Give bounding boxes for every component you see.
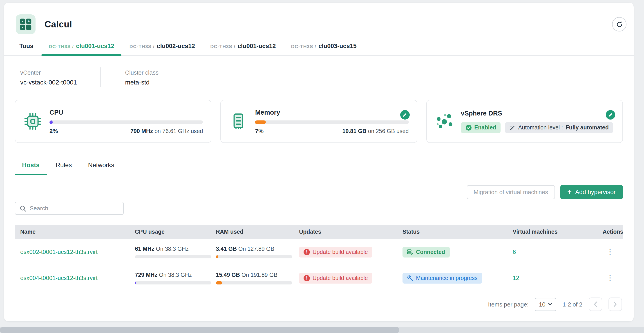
table-header-row: Name CPU usage RAM used Updates Status V…: [15, 225, 623, 239]
svg-text:=: =: [28, 25, 30, 29]
scrollbar-thumb[interactable]: [0, 327, 399, 333]
cpu-progress-fill: [50, 120, 52, 124]
table-row: esx004-t0001-ucs12-th3s.rvirt 729 MHz On…: [15, 265, 623, 291]
row-actions-button[interactable]: ⋮: [603, 246, 618, 258]
items-per-page-label: Items per page:: [488, 301, 529, 308]
cpu-usage-text: 790 MHz on 76.61 GHz used: [130, 128, 203, 134]
status-cell: Connected: [397, 247, 507, 257]
cpu-usage-fill: [135, 281, 136, 284]
add-hypervisor-button[interactable]: + Add hypervisor: [560, 185, 623, 199]
cpu-card: CPU 2% 790 MHz on 76.61 GHz used: [15, 100, 212, 143]
tab-label: clu001-ucs12: [76, 43, 114, 49]
memory-usage-text: 19.81 GB on 256 GB used: [342, 128, 409, 134]
tab-clu003-ucs15[interactable]: DC-TH3S / clu003-ucs15: [284, 43, 364, 55]
tab-dc-prefix: DC-TH3S /: [49, 43, 74, 49]
cpu-usage-cell: 61 MHz On 38.3 GHz: [130, 246, 210, 258]
items-per-page-value: 10: [539, 301, 546, 308]
search-icon: [20, 205, 26, 211]
search-row: [15, 202, 623, 215]
tab-networks[interactable]: Networks: [81, 161, 122, 175]
vm-count-link[interactable]: 12: [513, 275, 519, 281]
drs-enabled-badge: Enabled: [461, 122, 500, 133]
refresh-button[interactable]: [612, 17, 626, 31]
tab-rules[interactable]: Rules: [48, 161, 79, 175]
updates-cell: ! Update build available: [294, 273, 397, 283]
drs-automation-label: Automation level :: [518, 124, 563, 131]
cluster-tabs: Tous DC-TH3S / clu001-ucs12 DC-TH3S / cl…: [4, 37, 634, 56]
next-page-button[interactable]: [608, 298, 622, 311]
ram-used-bar: [216, 281, 292, 284]
migration-button[interactable]: Migration of virtual machines: [467, 185, 555, 199]
pencil-icon: [402, 112, 407, 117]
updates-cell: ! Update build available: [294, 247, 397, 257]
memory-card-title: Memory: [255, 108, 409, 116]
alert-icon: !: [304, 275, 310, 281]
cpu-usage-text: 729 MHz On 38.3 GHz: [135, 272, 205, 278]
ram-used-fill: [216, 255, 218, 258]
cluster-info: vCenter vc-vstack-002-t0001 Cluster clas…: [15, 67, 623, 87]
tab-clu001-ucs12-2[interactable]: DC-TH3S / clu001-ucs12: [203, 43, 283, 55]
update-badge-label: Update build available: [312, 275, 368, 281]
tab-hosts[interactable]: Hosts: [15, 161, 47, 175]
cluster-class-label: Cluster class: [125, 69, 158, 76]
tab-label: clu001-ucs12: [238, 43, 276, 49]
metric-cards: CPU 2% 790 MHz on 76.61 GHz used: [15, 100, 623, 143]
memory-card-stats: 7% 19.81 GB on 256 GB used: [255, 127, 409, 134]
ram-used-fill: [216, 281, 222, 284]
vcenter-value: vc-vstack-002-t0001: [20, 78, 77, 86]
tab-clu001-ucs12-active[interactable]: DC-TH3S / clu001-ucs12: [42, 43, 122, 55]
status-badge-label: Connected: [416, 249, 445, 255]
update-available-badge: ! Update build available: [299, 247, 372, 257]
vertical-divider: [100, 67, 101, 87]
cluster-class-value: meta-std: [125, 78, 158, 86]
tab-tous[interactable]: Tous: [12, 43, 41, 55]
host-name-link[interactable]: esx004-t0001-ucs12-th3s.rvirt: [20, 275, 98, 281]
pagination: Items per page: 10 1-2 of 2: [15, 298, 623, 311]
drs-card: vSphere DRS Enabled: [426, 100, 623, 143]
page-title: Calcul: [44, 19, 72, 29]
header-name: Name: [15, 229, 130, 235]
search-input[interactable]: [30, 205, 119, 212]
update-available-badge: ! Update build available: [299, 273, 372, 283]
refresh-icon: [616, 21, 623, 28]
memory-edit-button[interactable]: [400, 110, 410, 120]
ram-value: 3.41 GB: [216, 246, 237, 252]
cluster-class-info: Cluster class meta-std: [120, 69, 158, 86]
table-row: esx002-t0001-ucs12-th3s.rvirt 61 MHz On …: [15, 239, 623, 265]
drs-edit-button[interactable]: [606, 110, 615, 120]
horizontal-scrollbar[interactable]: [0, 327, 644, 333]
prev-page-button[interactable]: [589, 298, 602, 311]
status-badge-label: Maintenance in progress: [416, 275, 478, 281]
vm-count-cell: 12: [507, 275, 597, 281]
plus-icon: +: [567, 188, 572, 195]
host-name-cell: esx004-t0001-ucs12-th3s.rvirt: [15, 275, 130, 281]
drs-enabled-label: Enabled: [474, 124, 496, 131]
memory-used-value: 19.81 GB: [342, 128, 366, 134]
row-actions-button[interactable]: ⋮: [603, 272, 618, 284]
section-tabs: Hosts Rules Networks: [4, 155, 634, 175]
cpu-card-body: CPU 2% 790 MHz on 76.61 GHz used: [50, 108, 203, 134]
page-header: - + × = Calcul: [4, 3, 634, 34]
status-maintenance-badge: Maintenance in progress: [402, 273, 482, 283]
host-name-link[interactable]: esx002-t0001-ucs12-th3s.rvirt: [20, 249, 98, 255]
ram-value: 15.49 GB: [216, 272, 240, 278]
drs-badges: Enabled Automation level : Fully automat…: [461, 122, 614, 133]
items-per-page-select[interactable]: 10: [535, 298, 556, 311]
drs-automation-value: Fully automated: [566, 124, 609, 131]
actions-cell: ⋮: [597, 246, 623, 258]
maintenance-icon: [407, 275, 413, 281]
calculator-icon: - + × =: [16, 14, 36, 34]
header-ram-used: RAM used: [210, 229, 294, 235]
cluster-section: vCenter vc-vstack-002-t0001 Cluster clas…: [4, 56, 634, 155]
drs-card-body: vSphere DRS Enabled: [461, 110, 614, 133]
ram-used-cell: 15.49 GB On 191.89 GB: [210, 272, 294, 284]
ram-used-bar: [216, 255, 292, 258]
cpu-used-value: 790 MHz: [130, 128, 153, 134]
vcenter-info: vCenter vc-vstack-002-t0001: [15, 69, 77, 86]
pencil-icon: [608, 112, 613, 117]
search-box: [15, 202, 124, 215]
tab-clu002-ucs12[interactable]: DC-TH3S / clu002-ucs12: [122, 43, 202, 55]
vm-count-link[interactable]: 6: [513, 249, 516, 255]
wand-icon: [510, 125, 516, 131]
main-panel: - + × = Calcul Tous DC-TH3S / clu: [4, 3, 634, 321]
